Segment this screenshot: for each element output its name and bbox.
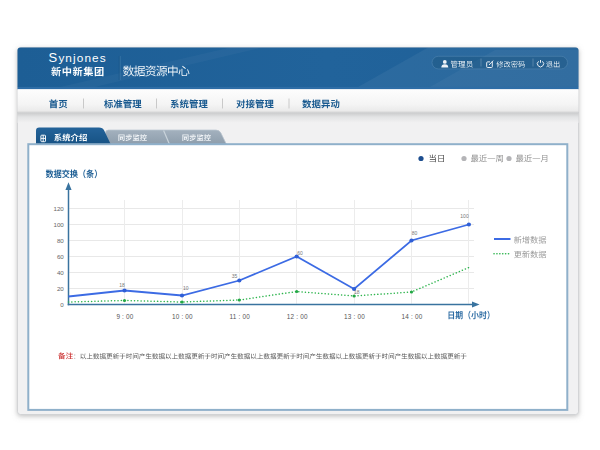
svg-text:35: 35 (232, 273, 238, 279)
svg-text:14 : 00: 14 : 00 (402, 313, 423, 320)
svg-text:18: 18 (354, 289, 360, 295)
svg-text:11 : 00: 11 : 00 (230, 313, 251, 320)
svg-text:100: 100 (53, 221, 64, 228)
svg-text:100: 100 (460, 213, 469, 219)
svg-text:0: 0 (60, 301, 64, 308)
svg-text:10 : 00: 10 : 00 (172, 313, 193, 320)
svg-text:13 : 00: 13 : 00 (344, 313, 365, 320)
svg-text:60: 60 (57, 253, 64, 260)
svg-text:18: 18 (119, 282, 125, 288)
svg-text:80: 80 (57, 237, 64, 244)
svg-text:12 : 00: 12 : 00 (287, 313, 308, 320)
svg-text:Synjones: Synjones (49, 50, 107, 65)
svg-text:60: 60 (297, 250, 303, 256)
svg-text:40: 40 (57, 269, 64, 276)
svg-text:9 : 00: 9 : 00 (116, 313, 133, 320)
svg-text:20: 20 (57, 285, 64, 292)
svg-text:10: 10 (183, 285, 189, 291)
svg-text:80: 80 (412, 230, 418, 236)
svg-text:120: 120 (53, 205, 64, 212)
